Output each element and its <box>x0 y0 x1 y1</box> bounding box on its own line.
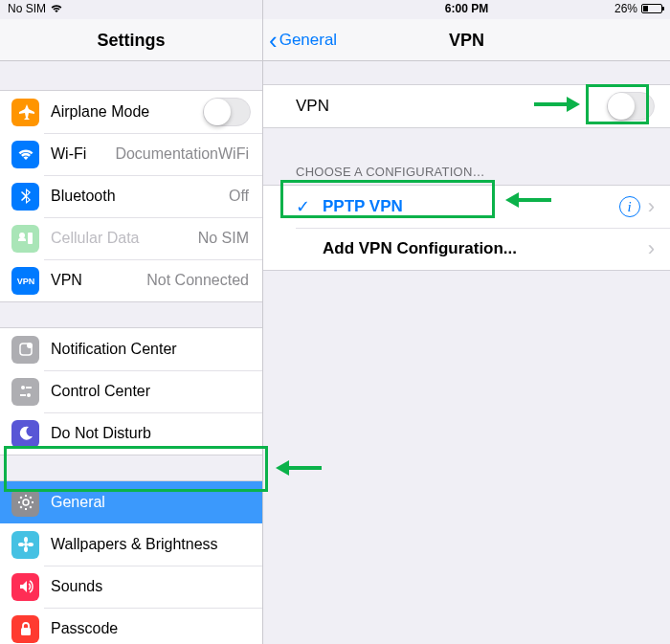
svg-point-18 <box>24 543 28 546</box>
back-label: General <box>279 19 337 61</box>
sidebar-item-vpn-left[interactable]: VPNVPNNot Connected <box>0 259 262 301</box>
vpn-config-block: ✓ PPTP VPN i › Add VPN Configuration... … <box>263 185 670 271</box>
svg-line-16 <box>20 506 21 507</box>
sidebar-item-dnd[interactable]: Do Not Disturb <box>0 412 262 455</box>
sidebar-item-label: Control Center <box>51 383 150 400</box>
sidebar-item-airplane[interactable]: Airplane Mode <box>0 91 262 133</box>
sidebar-item-label: Passcode <box>51 620 118 637</box>
svg-point-19 <box>24 537 28 543</box>
sound-icon <box>11 573 39 601</box>
sidebar-item-label: Cellular Data <box>51 230 139 247</box>
svg-line-17 <box>30 497 31 498</box>
sidebar-item-label: Wallpapers & Brightness <box>51 536 218 553</box>
back-button[interactable]: ‹ General <box>269 19 337 61</box>
settings-group: GeneralWallpapers & BrightnessSoundsPass… <box>0 480 262 644</box>
status-bar-right: 6:00 PM 26% <box>263 0 670 19</box>
sidebar-item-sounds[interactable]: Sounds <box>0 566 262 608</box>
chevron-right-icon: › <box>648 194 655 219</box>
sidebar-item-ncenter[interactable]: Notification Center <box>0 328 262 370</box>
bluetooth-icon <box>11 183 39 211</box>
add-vpn-label: Add VPN Configuration... <box>323 239 640 258</box>
sidebar-item-cellular: Cellular DataNo SIM <box>0 217 262 259</box>
svg-point-9 <box>23 500 29 505</box>
control-icon <box>11 378 39 406</box>
sidebar-item-label: Notification Center <box>51 341 177 358</box>
sidebar-item-bluetooth[interactable]: BluetoothOff <box>0 175 262 217</box>
settings-sidebar: No SIM Settings Airplane ModeWi-FiDocume… <box>0 0 263 644</box>
info-icon[interactable]: i <box>619 196 640 217</box>
svg-point-22 <box>28 543 34 546</box>
svg-line-15 <box>30 506 31 507</box>
annotation-arrow-toggle <box>532 94 580 115</box>
sidebar-item-label: Do Not Disturb <box>51 425 151 442</box>
svg-point-21 <box>18 543 24 546</box>
wifi-icon <box>11 141 39 168</box>
chevron-left-icon: ‹ <box>269 19 278 61</box>
settings-navbar: Settings <box>0 19 262 61</box>
lock-icon <box>11 615 39 643</box>
settings-title: Settings <box>0 19 262 61</box>
flower-icon <box>11 531 39 559</box>
chevron-right-icon: › <box>648 236 655 261</box>
annotation-arrow-general <box>276 457 324 478</box>
detail-pane: 6:00 PM 26% ‹ General VPN VPN CHOOSE A C… <box>263 0 670 644</box>
detail-navbar: ‹ General VPN <box>263 19 670 61</box>
svg-point-5 <box>21 386 25 389</box>
sidebar-item-label: General <box>51 494 105 511</box>
choose-config-header: CHOOSE A CONFIGURATION… <box>263 155 670 185</box>
svg-marker-25 <box>276 460 289 476</box>
airplane-toggle[interactable] <box>203 98 251 126</box>
vpn-toggle-row[interactable]: VPN <box>263 85 670 127</box>
annotation-arrow-pptp <box>505 189 553 211</box>
sidebar-item-passcode[interactable]: Passcode <box>0 608 262 644</box>
cellular-icon <box>11 225 39 253</box>
gear-icon <box>11 489 39 517</box>
moon-icon <box>11 420 39 448</box>
svg-point-4 <box>27 343 33 348</box>
clock: 6:00 PM <box>263 2 670 15</box>
svg-point-7 <box>27 393 31 397</box>
sidebar-item-wifi[interactable]: Wi-FiDocumentationWiFi <box>0 133 262 175</box>
sidebar-item-wallpaper[interactable]: Wallpapers & Brightness <box>0 523 262 566</box>
sidebar-item-label: Airplane Mode <box>51 103 149 121</box>
vpn-icon: VPN <box>11 267 39 295</box>
sidebar-item-label: VPN <box>51 272 82 289</box>
vpn-toggle-block: VPN <box>263 84 670 128</box>
notif-icon <box>11 336 39 364</box>
check-icon: ✓ <box>296 196 313 217</box>
sidebar-item-value: Not Connected <box>82 272 251 289</box>
svg-marker-29 <box>505 192 519 208</box>
vpn-toggle[interactable] <box>607 92 655 121</box>
sidebar-item-value: No SIM <box>139 230 251 247</box>
add-vpn-row[interactable]: Add VPN Configuration... › <box>263 228 670 270</box>
battery-icon <box>641 4 662 13</box>
sidebar-item-label: Wi-Fi <box>51 145 86 163</box>
battery-percent: 26% <box>614 2 637 15</box>
vpn-config-name: PPTP VPN <box>323 197 619 216</box>
sidebar-item-ccenter[interactable]: Control Center <box>0 370 262 412</box>
sidebar-item-label: Bluetooth <box>51 188 116 205</box>
svg-point-20 <box>24 546 28 552</box>
airplane-icon <box>11 99 39 126</box>
settings-group: Airplane ModeWi-FiDocumentationWiFiBluet… <box>0 90 262 302</box>
svg-line-14 <box>20 497 21 498</box>
svg-rect-23 <box>21 628 31 635</box>
wifi-status-icon <box>50 4 63 13</box>
sidebar-item-value: DocumentationWiFi <box>86 145 251 163</box>
svg-marker-27 <box>567 97 580 112</box>
settings-group: Notification CenterControl CenterDo Not … <box>0 327 262 455</box>
svg-text:VPN: VPN <box>17 277 34 286</box>
sidebar-item-general[interactable]: General <box>0 481 262 523</box>
sidebar-item-label: Sounds <box>51 578 102 595</box>
vpn-config-row[interactable]: ✓ PPTP VPN i › <box>263 186 670 228</box>
svg-rect-1 <box>28 233 33 244</box>
carrier-text: No SIM <box>8 2 46 15</box>
sidebar-item-value: Off <box>116 188 251 205</box>
status-bar-left: No SIM <box>0 0 262 19</box>
